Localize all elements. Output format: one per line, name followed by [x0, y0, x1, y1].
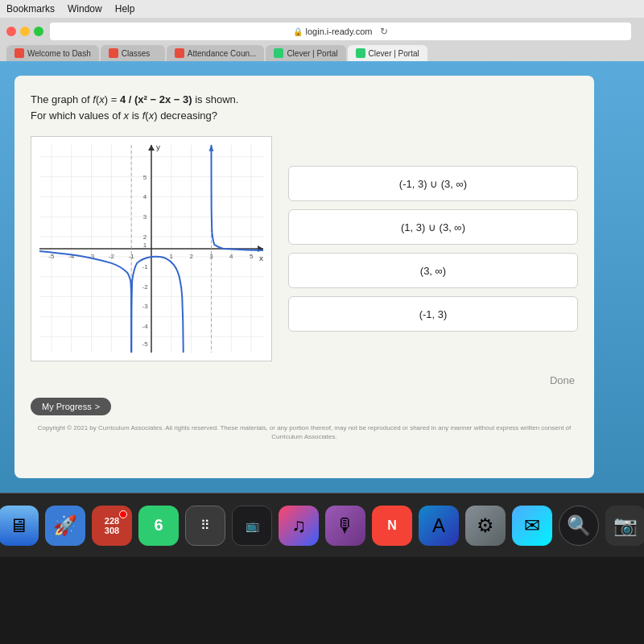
dock-music[interactable]: ♫: [279, 506, 319, 546]
tab-classes[interactable]: Classes: [101, 45, 165, 61]
dock-appletv[interactable]: 📺: [232, 506, 272, 546]
choice-4[interactable]: (-1, 3): [288, 296, 578, 332]
menu-help[interactable]: Help: [115, 3, 135, 14]
question-line2: For which values of x is f(x) decreasing…: [31, 108, 578, 124]
svg-text:5: 5: [143, 174, 147, 181]
choice-3[interactable]: (3, ∞): [288, 253, 578, 288]
dock-search[interactable]: 🔍: [559, 506, 599, 546]
done-button[interactable]: Done: [550, 374, 575, 386]
dock-mail[interactable]: ✉: [512, 506, 552, 546]
svg-text:-5: -5: [48, 253, 55, 260]
x-axis-label: x: [259, 254, 263, 262]
svg-text:-2: -2: [109, 253, 115, 260]
choice-1[interactable]: (-1, 3) ∪ (3, ∞): [288, 166, 578, 201]
window-buttons: [6, 27, 43, 36]
tab-label-attendance: Attendance Coun...: [188, 49, 257, 58]
choice-4-text: (-1, 3): [419, 308, 448, 320]
dock-launchpad[interactable]: 🚀: [45, 506, 85, 546]
dock-settings[interactable]: ⚙: [465, 506, 506, 546]
tab-welcome[interactable]: Welcome to Dash: [6, 45, 99, 61]
tab-icon-clever2: [356, 48, 365, 58]
choice-2[interactable]: (1, 3) ∪ (3, ∞): [288, 209, 578, 245]
choice-2-text: (1, 3) ∪ (3, ∞): [401, 221, 465, 233]
menu-bookmarks[interactable]: Bookmarks: [6, 3, 55, 14]
question-header: The graph of f(x) = 4 / (x² − 2x − 3) is…: [31, 92, 578, 123]
reload-icon[interactable]: ↻: [380, 26, 388, 37]
svg-text:2: 2: [143, 233, 147, 241]
tab-icon-classes: [109, 48, 118, 58]
svg-text:3: 3: [143, 213, 147, 221]
maximize-button[interactable]: [34, 27, 43, 36]
close-button[interactable]: [6, 27, 16, 36]
svg-text:-2: -2: [142, 283, 149, 291]
launchpad-icon: 🚀: [53, 514, 77, 537]
svg-text:-3: -3: [142, 303, 149, 310]
mail-icon: ✉: [524, 514, 540, 537]
tab-attendance[interactable]: Attendance Coun...: [167, 45, 265, 61]
question-card: The graph of f(x) = 4 / (x² − 2x − 3) is…: [14, 76, 594, 478]
menu-bar: Bookmarks Window Help: [0, 0, 644, 18]
finder-icon: 🖥: [9, 514, 28, 537]
tab-label-clever2: Clever | Portal: [369, 49, 419, 58]
browser-toolbar: 🔒 login.i-ready.com ↻: [6, 23, 638, 40]
my-progress-label: My Progress: [42, 402, 92, 411]
dock: 🖥 🚀 228308 6 ⠿ 📺 ♫ 🎙 N A ⚙ ✉ 🔍 📷: [0, 493, 644, 557]
svg-text:1: 1: [170, 253, 174, 260]
settings-icon: ⚙: [477, 514, 494, 537]
search-icon: 🔍: [567, 514, 591, 537]
tab-icon-welcome: [14, 48, 24, 58]
svg-text:1: 1: [143, 242, 147, 249]
copyright-text: Copyright © 2021 by Curriculum Associate…: [31, 423, 578, 441]
tab-label-clever1: Clever | Portal: [287, 49, 337, 58]
svg-text:-1: -1: [142, 263, 149, 270]
svg-text:2: 2: [189, 253, 193, 260]
progress-section: My Progress >: [31, 398, 578, 415]
appstore-icon: A: [432, 514, 445, 537]
dock-podcasts[interactable]: 🎙: [325, 506, 365, 546]
notification-icon: 228308: [105, 516, 119, 535]
my-progress-button[interactable]: My Progress >: [31, 398, 111, 415]
dock-six[interactable]: 6: [138, 506, 179, 546]
browser-tabs: Welcome to Dash Classes Attendance Coun.…: [6, 43, 638, 61]
svg-text:4: 4: [143, 193, 147, 200]
address-bar[interactable]: 🔒 login.i-ready.com ↻: [50, 23, 631, 40]
svg-text:-4: -4: [142, 323, 149, 330]
svg-text:5: 5: [250, 253, 254, 260]
browser-chrome: 🔒 login.i-ready.com ↻ Welcome to Dash Cl…: [0, 18, 644, 61]
dots-icon: ⠿: [200, 518, 210, 533]
tab-label-classes: Classes: [122, 49, 151, 58]
tab-label-welcome: Welcome to Dash: [27, 49, 91, 58]
dock-appstore[interactable]: A: [419, 506, 459, 546]
graph-container: x y -5 -4 -3 -2 -1 1 2 3 4 5: [31, 136, 272, 361]
podcasts-icon: 🎙: [336, 514, 355, 537]
six-icon: 6: [154, 516, 163, 535]
dock-camera[interactable]: 📷: [605, 506, 644, 546]
minimize-button[interactable]: [20, 27, 30, 36]
url-text: login.i-ready.com: [306, 27, 373, 36]
choice-3-text: (3, ∞): [420, 265, 446, 277]
news-icon: N: [387, 518, 397, 533]
music-icon: ♫: [291, 514, 306, 537]
appletv-icon: 📺: [246, 519, 259, 532]
dock-dots[interactable]: ⠿: [185, 506, 225, 546]
progress-arrow: >: [95, 402, 100, 411]
tab-icon-attendance: [175, 48, 184, 58]
choice-1-text: (-1, 3) ∪ (3, ∞): [399, 178, 467, 190]
svg-text:-5: -5: [142, 341, 149, 348]
tab-clever2[interactable]: Clever | Portal: [348, 45, 427, 61]
dock-news[interactable]: N: [372, 506, 412, 546]
camera-icon: 📷: [613, 514, 638, 537]
function-graph: x y -5 -4 -3 -2 -1 1 2 3 4 5: [31, 137, 271, 361]
answer-choices: (-1, 3) ∪ (3, ∞) (1, 3) ∪ (3, ∞) (3, ∞) …: [288, 136, 578, 361]
lock-icon: 🔒: [293, 27, 303, 36]
tab-clever1[interactable]: Clever | Portal: [266, 45, 345, 61]
dock-finder[interactable]: 🖥: [0, 506, 39, 546]
y-axis-label: y: [156, 142, 160, 151]
card-footer: Done: [31, 374, 578, 386]
question-content: x y -5 -4 -3 -2 -1 1 2 3 4 5: [31, 136, 578, 361]
question-line1: The graph of f(x) = 4 / (x² − 2x − 3) is…: [31, 92, 578, 108]
dock-notification[interactable]: 228308: [92, 506, 132, 546]
browser-content: The graph of f(x) = 4 / (x² − 2x − 3) is…: [0, 61, 644, 493]
menu-window[interactable]: Window: [68, 3, 102, 14]
svg-text:4: 4: [229, 253, 233, 260]
